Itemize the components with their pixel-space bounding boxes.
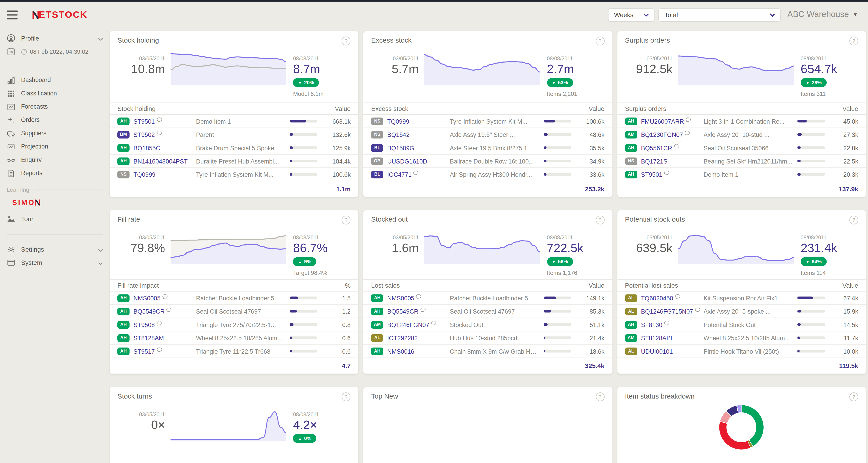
item-code-link[interactable]: UDUI00101 bbox=[641, 348, 673, 354]
comment-bubble-icon[interactable] bbox=[431, 321, 436, 326]
kpi-subtext: Items 2,201 bbox=[547, 90, 604, 97]
comment-bubble-icon[interactable] bbox=[413, 170, 418, 175]
comment-bubble-icon[interactable] bbox=[664, 170, 670, 175]
help-icon[interactable]: ? bbox=[342, 37, 351, 46]
item-code-link[interactable]: BQ1230FGN07 bbox=[641, 131, 683, 138]
sidebar-item-projection[interactable]: Projection bbox=[0, 140, 110, 153]
sidebar-item-system[interactable]: System bbox=[0, 256, 110, 269]
help-icon[interactable]: ? bbox=[596, 393, 604, 401]
profile-menu[interactable]: Profile bbox=[0, 34, 110, 42]
simon-logo-link[interactable]: SIMO bbox=[12, 198, 110, 207]
kpi-start-value: 912.5k bbox=[625, 63, 673, 76]
comment-bubble-icon[interactable] bbox=[416, 294, 422, 299]
comment-bubble-icon[interactable] bbox=[157, 117, 162, 122]
classification-badge: AH bbox=[117, 144, 130, 152]
value-bar bbox=[290, 350, 318, 352]
item-code-link[interactable]: ST9517 bbox=[133, 348, 155, 354]
item-code-link[interactable]: ST8130 bbox=[641, 321, 662, 328]
help-icon[interactable]: ? bbox=[596, 216, 604, 225]
warehouse-selector[interactable]: ABC Warehouse ▼ bbox=[787, 9, 858, 19]
comment-bubble-icon[interactable] bbox=[420, 307, 426, 312]
sidebar-item-label: Reports bbox=[21, 170, 42, 176]
item-code-link[interactable]: BQ1542 bbox=[387, 131, 409, 138]
help-icon[interactable]: ? bbox=[849, 216, 858, 225]
item-code-link[interactable]: BQ1509G bbox=[387, 144, 414, 151]
item-code-link[interactable]: ST9501 bbox=[641, 171, 662, 178]
help-icon[interactable]: ? bbox=[849, 37, 858, 46]
item-code-link[interactable]: ST8128AM bbox=[133, 335, 164, 341]
kpi-start-value: 10.8m bbox=[117, 63, 165, 76]
help-icon[interactable]: ? bbox=[596, 37, 604, 46]
kpi-zone: 03/05/2011 639.5k 08/08/2011 231.4k ▼64%… bbox=[617, 228, 866, 273]
classification-badge: AH bbox=[117, 117, 130, 125]
kpi-start-value: 0× bbox=[117, 418, 165, 431]
table-row: AM ST8128API Wheel 8.25x22.5 10/285 Alum… bbox=[617, 331, 866, 345]
item-value: 125.9k bbox=[324, 144, 351, 151]
app-root: ETSTOCK Profile 19 08 Feb 2022, 04:39:02 bbox=[0, 0, 868, 463]
card-table: Lost sales Value AH NMS0005 Ratchet Buck… bbox=[363, 280, 612, 374]
sidebar-item-suppliers[interactable]: Suppliers bbox=[0, 126, 110, 140]
total-select[interactable]: Total bbox=[658, 8, 781, 22]
kpi-end-value: 722.5k bbox=[547, 242, 604, 254]
table-row: NS BQ1721S Bearing Set Skf Hm212011/hm..… bbox=[617, 155, 866, 168]
comment-bubble-icon[interactable] bbox=[674, 144, 679, 149]
item-cell: AH BQ5561CR bbox=[625, 144, 704, 152]
sidebar-item-orders[interactable]: Orders bbox=[0, 113, 110, 126]
comment-bubble-icon[interactable] bbox=[675, 294, 680, 299]
sidebar-divider-2 bbox=[7, 234, 103, 235]
table-header: Potential lost sales Value bbox=[617, 280, 866, 292]
item-code-link[interactable]: NMS0016 bbox=[387, 348, 414, 354]
comment-bubble-icon[interactable] bbox=[686, 117, 691, 122]
item-description: Duralite Preset Hub Assembl... bbox=[196, 157, 290, 164]
period-select[interactable]: Weeks bbox=[608, 8, 654, 22]
help-icon[interactable]: ? bbox=[342, 216, 351, 225]
comment-bubble-icon[interactable] bbox=[162, 294, 168, 299]
item-code-link[interactable]: BQ1855C bbox=[133, 144, 160, 151]
sidebar-item-classification[interactable]: Classification bbox=[0, 87, 110, 100]
item-code-link[interactable]: TQ0999 bbox=[387, 118, 409, 124]
item-code-link[interactable]: TQ6020450 bbox=[641, 294, 673, 301]
comment-bubble-icon[interactable] bbox=[685, 131, 690, 136]
comment-bubble-icon[interactable] bbox=[695, 307, 700, 312]
card-stock-turns: Stock turns ? 03/05/2011 0× 08/08/2011 4… bbox=[110, 387, 358, 463]
comment-bubble-icon[interactable] bbox=[157, 347, 162, 352]
help-icon[interactable]: ? bbox=[849, 393, 858, 401]
table-header: Lost sales Value bbox=[363, 280, 612, 292]
item-code-link[interactable]: ST9501 bbox=[133, 118, 155, 124]
item-code-link[interactable]: BQ1246FGN07 bbox=[387, 321, 429, 328]
comment-bubble-icon[interactable] bbox=[157, 131, 162, 136]
item-cell: AL BQ1246FG715N07 bbox=[625, 307, 704, 315]
item-code-link[interactable]: BQ1721S bbox=[641, 157, 667, 164]
sidebar-item-tour[interactable]: Tour bbox=[0, 212, 110, 226]
item-code-link[interactable]: BQ1246FG715N07 bbox=[641, 308, 693, 315]
item-cell: AH ST9517 bbox=[117, 347, 196, 355]
sparkline-chart bbox=[424, 50, 540, 85]
comment-bubble-icon[interactable] bbox=[166, 307, 172, 312]
item-code-link[interactable]: ST9508 bbox=[133, 321, 155, 328]
sidebar-item-forecasts[interactable]: Forecasts bbox=[0, 100, 110, 113]
item-code-link[interactable]: NMS0005 bbox=[133, 294, 160, 301]
help-icon[interactable]: ? bbox=[342, 393, 351, 401]
item-code-link[interactable]: UUSDG1610D bbox=[387, 157, 427, 164]
sidebar-item-reports[interactable]: Reports bbox=[0, 166, 110, 179]
item-code-link[interactable]: BN1416048004PST bbox=[133, 157, 187, 164]
item-code-link[interactable]: BQ5549CR bbox=[387, 308, 418, 315]
comment-bubble-icon[interactable] bbox=[664, 321, 670, 326]
item-code-link[interactable]: ST9502 bbox=[133, 131, 155, 138]
sidebar-item-enquiry[interactable]: Enquiry bbox=[0, 153, 110, 166]
sidebar-item-settings[interactable]: Settings bbox=[0, 243, 110, 256]
classification-badge: AL bbox=[625, 294, 637, 302]
item-code-link[interactable]: BQ5561CR bbox=[641, 144, 672, 151]
item-code-link[interactable]: NMS0005 bbox=[387, 294, 414, 301]
item-code-link[interactable]: IOC4771 bbox=[387, 171, 411, 178]
sidebar-item-dashboard[interactable]: Dashboard bbox=[0, 73, 110, 86]
comment-bubble-icon[interactable] bbox=[157, 321, 162, 326]
hamburger-menu-icon[interactable] bbox=[7, 10, 18, 19]
item-code-link[interactable]: IOT292282 bbox=[387, 335, 418, 341]
item-code-link[interactable]: TQ0999 bbox=[133, 171, 155, 178]
item-code-link[interactable]: ST8128API bbox=[641, 335, 672, 341]
item-description: Light 3-in-1 Combination Re... bbox=[704, 118, 797, 124]
item-code-link[interactable]: BQ5549CR bbox=[133, 308, 164, 315]
calendar-icon: 19 bbox=[7, 47, 16, 56]
item-code-link[interactable]: FMU26007ARR bbox=[641, 118, 684, 124]
